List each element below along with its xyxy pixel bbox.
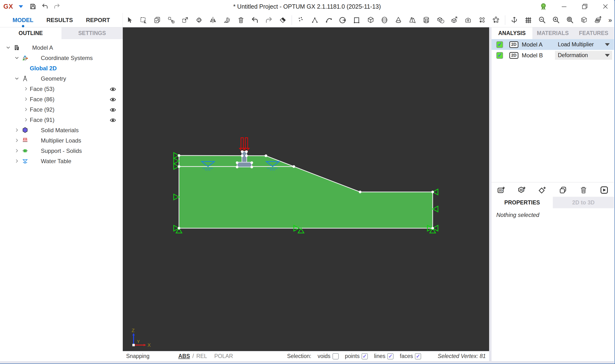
- tree-chevron-collapsed-icon[interactable]: [23, 86, 29, 92]
- add-stage-icon[interactable]: [537, 184, 548, 195]
- selection-checkbox-lines[interactable]: ✓: [387, 353, 394, 359]
- tree-item-face-86-[interactable]: Face (86): [0, 94, 123, 104]
- selection-checkbox-voids[interactable]: [332, 353, 339, 359]
- analysis-tab-analysis[interactable]: ANALYSIS: [492, 27, 532, 39]
- visibility-eye-icon[interactable]: [109, 106, 118, 113]
- analysis-tab-features[interactable]: FEATURES: [573, 27, 614, 39]
- tree-item-support-solids[interactable]: Support - Solids: [0, 146, 123, 156]
- circle-icon[interactable]: [338, 15, 348, 26]
- tree-item-model-a[interactable]: Model A: [0, 42, 123, 53]
- analysis-type-dropdown[interactable]: Load Multiplier: [555, 40, 612, 49]
- tree-chevron-collapsed-icon[interactable]: [23, 106, 29, 113]
- rectangle-icon[interactable]: [352, 15, 362, 26]
- panel-tab-settings[interactable]: SETTINGS: [61, 27, 123, 39]
- tree-item-water-table[interactable]: Water Table: [0, 156, 123, 166]
- mirror-icon[interactable]: [208, 15, 218, 26]
- polyline-icon[interactable]: [310, 15, 320, 26]
- main-tab-results[interactable]: RESULTS: [46, 16, 73, 25]
- tree-chevron-expanded-icon[interactable]: [14, 55, 20, 61]
- model-row-model-a[interactable]: ✓2DModel ALoad Multiplier: [492, 39, 614, 50]
- add-2d-model-icon[interactable]: 2D: [496, 184, 507, 195]
- selection-checkbox-points[interactable]: ✓: [362, 353, 368, 359]
- tree-chevron-collapsed-icon[interactable]: [14, 138, 20, 144]
- polar-mode-toggle[interactable]: POLAR: [214, 353, 233, 359]
- outline-panel: OUTLINESETTINGS Model ACoordinate System…: [0, 27, 123, 361]
- zoom-selection-icon[interactable]: [565, 15, 575, 26]
- pattern-grid-icon[interactable]: [477, 15, 487, 26]
- delete-icon[interactable]: [578, 184, 589, 195]
- push-pull-icon[interactable]: [463, 15, 473, 26]
- abs-mode-toggle[interactable]: ABS: [178, 353, 190, 359]
- undo-icon[interactable]: [250, 15, 260, 26]
- add-3d-model-icon[interactable]: 3D: [517, 184, 528, 195]
- rel-mode-toggle[interactable]: REL: [196, 353, 207, 359]
- point-icon[interactable]: [296, 15, 306, 26]
- canvas-svg[interactable]: ZYX: [123, 27, 489, 351]
- tree-chevron-expanded-icon[interactable]: [5, 45, 12, 51]
- close-button[interactable]: [601, 2, 610, 11]
- rotate-icon[interactable]: [194, 15, 204, 26]
- revolve-icon[interactable]: [435, 15, 445, 26]
- tree-item-face-92-[interactable]: Face (92): [0, 104, 123, 115]
- analysis-type-dropdown[interactable]: Deformation: [555, 51, 612, 60]
- visibility-eye-icon[interactable]: [109, 96, 118, 103]
- model-row-model-b[interactable]: ✓2DModel BDeformation: [492, 50, 614, 61]
- tree-chevron-collapsed-icon[interactable]: [23, 96, 29, 103]
- tree-item-face-91-[interactable]: Face (91): [0, 115, 123, 125]
- properties-tab-2d-to-3d[interactable]: 2D to 3D: [553, 197, 614, 208]
- erase-icon[interactable]: [278, 15, 287, 26]
- sweep-icon[interactable]: [222, 15, 232, 26]
- view-3d-icon[interactable]: [579, 15, 589, 26]
- tree-item-label: Face (92): [30, 106, 55, 113]
- delete-icon[interactable]: [236, 15, 246, 26]
- license-badge-icon[interactable]: [539, 2, 548, 11]
- cone-icon[interactable]: [394, 15, 403, 26]
- restore-button[interactable]: [580, 2, 589, 11]
- main-tab-report[interactable]: REPORT: [85, 16, 110, 25]
- tree-item-global-2d[interactable]: Global 2D: [0, 63, 123, 73]
- main-tab-model[interactable]: MODEL: [12, 16, 34, 25]
- run-analysis-icon[interactable]: [599, 184, 610, 195]
- redo-icon[interactable]: [264, 15, 274, 26]
- grid-icon[interactable]: [523, 15, 533, 26]
- model-enabled-checkbox[interactable]: ✓: [496, 52, 503, 59]
- sphere-icon[interactable]: [380, 15, 389, 26]
- analysis-tab-materials[interactable]: MATERIALS: [532, 27, 573, 39]
- tree-chevron-collapsed-icon[interactable]: [14, 158, 20, 164]
- minimize-button[interactable]: [560, 2, 568, 11]
- zoom-in-icon[interactable]: [551, 15, 561, 26]
- visibility-eye-icon[interactable]: [109, 86, 118, 92]
- toolbar-overflow-chevron[interactable]: »: [607, 16, 614, 24]
- move-icon[interactable]: [166, 15, 176, 26]
- selection-checkbox-faces[interactable]: ✓: [415, 353, 421, 359]
- extrude-icon[interactable]: [449, 15, 459, 26]
- zoom-out-icon[interactable]: [537, 15, 547, 26]
- box-icon[interactable]: [366, 15, 375, 26]
- marquee-select-icon[interactable]: [138, 15, 148, 26]
- layers-icon[interactable]: [593, 15, 603, 26]
- scale-icon[interactable]: [180, 15, 190, 26]
- tree-item-solid-materials[interactable]: Solid Materials: [0, 125, 123, 135]
- cylinder-icon[interactable]: [421, 15, 431, 26]
- snapping-toggle[interactable]: Snapping: [126, 353, 150, 359]
- tree-chevron-collapsed-icon[interactable]: [14, 127, 20, 133]
- tree-chevron-collapsed-icon[interactable]: [23, 117, 29, 123]
- orbit-icon[interactable]: [509, 15, 519, 26]
- model-canvas[interactable]: ZYX: [123, 27, 489, 351]
- panel-tab-outline[interactable]: OUTLINE: [0, 27, 61, 39]
- arc-icon[interactable]: [324, 15, 334, 26]
- pattern-polar-icon[interactable]: [491, 15, 501, 26]
- tree-item-geometry[interactable]: Geometry: [0, 73, 123, 84]
- select-cursor-icon[interactable]: [124, 15, 134, 26]
- tree-chevron-collapsed-icon[interactable]: [14, 148, 20, 154]
- duplicate-icon[interactable]: [558, 184, 569, 195]
- tree-item-multiplier-loads[interactable]: Multiplier Loads: [0, 135, 123, 146]
- select-all-icon[interactable]: [152, 15, 162, 26]
- tree-chevron-expanded-icon[interactable]: [14, 76, 20, 82]
- visibility-eye-icon[interactable]: [109, 117, 118, 123]
- tree-item-coordinate-systems[interactable]: Coordinate Systems: [0, 53, 123, 63]
- wedge-icon[interactable]: [408, 15, 417, 26]
- model-enabled-checkbox[interactable]: ✓: [496, 41, 503, 48]
- tree-item-face-53-[interactable]: Face (53): [0, 84, 123, 94]
- properties-tab-properties[interactable]: PROPERTIES: [492, 197, 553, 208]
